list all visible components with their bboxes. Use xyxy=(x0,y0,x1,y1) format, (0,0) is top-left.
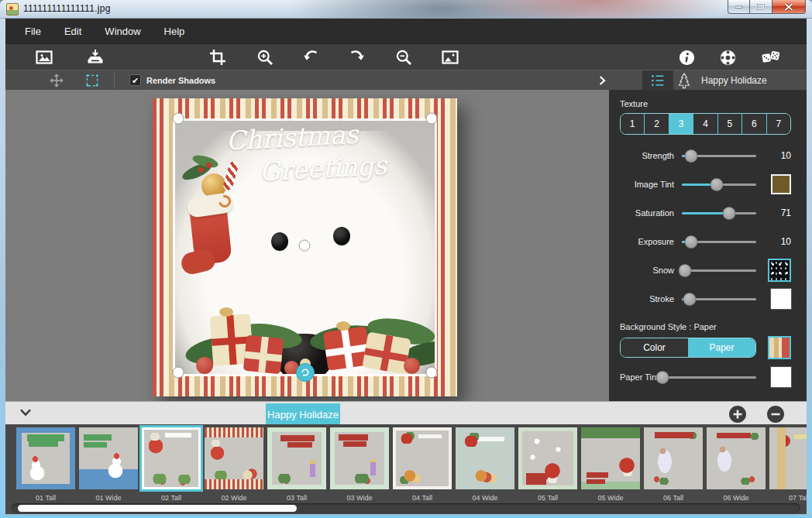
save-export-icon xyxy=(85,48,105,67)
undo-button[interactable] xyxy=(298,46,323,69)
template-thumbnail-04-tall[interactable]: 04 Tall xyxy=(393,427,452,502)
collection-tab[interactable]: Happy Holidaze xyxy=(266,403,340,425)
scrollbar-thumb[interactable] xyxy=(18,505,297,512)
template-thumbnail-01-tall[interactable]: 01 Tall xyxy=(16,427,75,502)
background-style-selector: ColorPaper xyxy=(620,338,756,358)
selection-handle-center[interactable] xyxy=(299,240,311,252)
texture-option-2[interactable]: 2 xyxy=(644,114,668,134)
selection-handle-top-right[interactable] xyxy=(426,113,438,125)
thumbnail-image[interactable] xyxy=(267,427,326,489)
zoom-out-button[interactable] xyxy=(391,46,416,69)
thumbnail-image[interactable] xyxy=(581,427,640,489)
texture-option-4[interactable]: 4 xyxy=(693,114,717,134)
template-thumbnail-05-tall[interactable]: 05 Tall xyxy=(518,427,577,502)
template-thumbnail-03-wide[interactable]: 03 Wide xyxy=(330,427,389,502)
menu-help[interactable]: Help xyxy=(153,22,197,41)
template-thumbnail-04-wide[interactable]: 04 Wide xyxy=(456,427,514,502)
selection-handle-bottom-left[interactable] xyxy=(173,367,184,379)
render-shadows-checkbox[interactable]: ✔ xyxy=(129,74,141,86)
thumbnail-label: 04 Wide xyxy=(456,494,514,502)
thumbnail-image[interactable] xyxy=(205,427,263,489)
texture-option-5[interactable]: 5 xyxy=(717,114,741,134)
preferences-icon xyxy=(719,49,737,67)
image-tint-swatch[interactable] xyxy=(771,174,791,194)
paper-tint-slider[interactable] xyxy=(660,370,756,384)
snow-swatch[interactable] xyxy=(768,259,791,282)
template-thumbnail-03-tall[interactable]: 03 Tall xyxy=(267,427,326,502)
marquee-tool-button[interactable] xyxy=(81,71,103,90)
rotate-handle[interactable] xyxy=(296,363,315,382)
paper-tint-swatch[interactable] xyxy=(771,367,791,387)
main-area: Christmas Greetings xyxy=(5,90,807,401)
snow-slider[interactable] xyxy=(682,263,756,277)
thumbnail-image[interactable] xyxy=(142,427,201,489)
texture-option-7[interactable]: 7 xyxy=(766,114,790,134)
template-thumbnail-07-tall[interactable]: 07 Tall xyxy=(769,427,807,502)
thumbnail-image[interactable] xyxy=(456,427,514,489)
menu-file[interactable]: File xyxy=(13,22,53,41)
exposure-slider[interactable] xyxy=(682,235,756,249)
image-tint-slider[interactable] xyxy=(682,177,756,191)
stroke-swatch[interactable] xyxy=(771,289,791,309)
thumbnail-label: 03 Wide xyxy=(330,494,389,502)
expand-panel-button[interactable] xyxy=(591,71,613,90)
template-thumbnail-02-wide[interactable]: 02 Wide xyxy=(205,427,263,502)
background-style-color[interactable]: Color xyxy=(621,338,688,357)
thumbnail-image[interactable] xyxy=(79,427,138,489)
open-image-button[interactable] xyxy=(32,46,57,69)
canvas-area[interactable]: Christmas Greetings xyxy=(5,90,609,401)
menu-window[interactable]: Window xyxy=(93,22,152,41)
move-icon xyxy=(48,72,65,89)
collapse-filmstrip-button[interactable] xyxy=(16,405,35,422)
filmstrip-scrollbar[interactable] xyxy=(12,503,800,513)
texture-option-1[interactable]: 1 xyxy=(621,114,644,134)
thumbnail-image[interactable] xyxy=(393,427,452,489)
add-button[interactable] xyxy=(728,405,747,424)
randomize-dice-button[interactable] xyxy=(759,46,783,69)
save-export-button[interactable] xyxy=(83,46,108,69)
thumbnail-label: 04 Tall xyxy=(393,494,452,502)
move-tool-button[interactable] xyxy=(46,71,67,90)
selection-handle-top-left[interactable] xyxy=(173,113,184,125)
thumbnail-image[interactable] xyxy=(330,427,389,489)
minimize-button[interactable] xyxy=(728,0,750,14)
zoom-out-icon xyxy=(394,48,413,67)
minus-icon xyxy=(766,405,785,424)
thumbnail-image[interactable] xyxy=(769,427,807,489)
close-button[interactable] xyxy=(772,0,806,14)
plus-icon xyxy=(728,405,747,424)
thumbnail-image[interactable] xyxy=(16,427,75,489)
info-button[interactable] xyxy=(674,46,699,69)
template-thumbnail-05-wide[interactable]: 05 Wide xyxy=(581,427,640,502)
template-thumbnail-02-tall[interactable]: 02 Tall xyxy=(142,427,201,502)
redo-button[interactable] xyxy=(345,46,370,69)
image-settings-button[interactable] xyxy=(438,46,463,69)
remove-button[interactable] xyxy=(766,405,785,424)
thumbnail-label: 06 Wide xyxy=(707,494,766,502)
texture-option-3[interactable]: 3 xyxy=(669,114,693,134)
selection-handle-bottom-right[interactable] xyxy=(426,367,438,379)
stroke-slider[interactable] xyxy=(682,292,756,306)
thumbnail-image[interactable] xyxy=(707,427,766,489)
thumbnail-image[interactable] xyxy=(518,427,577,489)
paper-tint-label: Paper Tint xyxy=(620,372,659,382)
list-icon xyxy=(650,74,666,87)
card-canvas[interactable]: Christmas Greetings xyxy=(153,98,457,396)
saturation-slider[interactable] xyxy=(682,206,756,220)
template-thumbnail-01-wide[interactable]: 01 Wide xyxy=(79,427,138,502)
paper-swatch[interactable] xyxy=(768,336,791,359)
template-thumbnail-06-tall[interactable]: 06 Tall xyxy=(644,427,703,502)
crop-button[interactable] xyxy=(205,46,230,69)
strength-slider[interactable] xyxy=(682,149,756,163)
preferences-button[interactable] xyxy=(715,46,740,69)
background-style-paper[interactable]: Paper xyxy=(688,338,755,357)
texture-option-6[interactable]: 6 xyxy=(741,114,766,134)
title-bar[interactable]: 111111111111111.jpg xyxy=(0,0,812,19)
list-view-button[interactable] xyxy=(642,70,673,91)
zoom-in-button[interactable] xyxy=(253,46,277,69)
thumbnail-image[interactable] xyxy=(644,427,703,489)
maximize-button[interactable] xyxy=(750,0,772,14)
open-image-icon xyxy=(34,48,54,67)
template-thumbnail-06-wide[interactable]: 06 Wide xyxy=(707,427,766,502)
menu-edit[interactable]: Edit xyxy=(53,22,93,41)
